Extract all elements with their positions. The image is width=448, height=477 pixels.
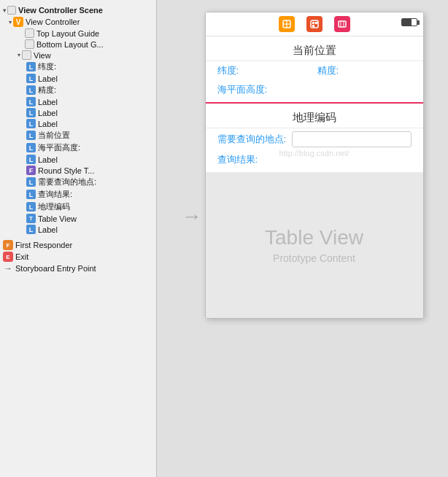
view-item[interactable]: ▾ View xyxy=(0,50,156,61)
T-icon: T xyxy=(26,214,36,223)
section2: 地理编码 需要查询的地点: 查询结果: xyxy=(206,104,423,172)
result-field-label: 查询结果: xyxy=(217,153,258,166)
L-icon: L xyxy=(26,202,36,212)
L-icon: L xyxy=(26,155,36,164)
toolbar-icon-3 xyxy=(334,16,350,32)
lng-item[interactable]: L 精度: xyxy=(0,84,156,96)
section2-title: 地理编码 xyxy=(206,106,423,128)
view-label: View xyxy=(34,51,51,60)
arrow-icon: → xyxy=(3,263,13,274)
battery-fill xyxy=(402,19,412,26)
lat-label: 纬度: xyxy=(38,61,56,72)
geocode-item[interactable]: L 地理编码 xyxy=(0,201,156,213)
result-label: 查询结果: xyxy=(38,189,72,200)
battery-tip xyxy=(417,20,420,25)
bottom-layout-item[interactable]: Bottom Layout G... xyxy=(0,39,156,50)
svg-rect-5 xyxy=(315,22,317,24)
phone-frame: 当前位置 纬度: 精度: 海平面高度: 地理编码 需要查询的地点: xyxy=(205,12,424,319)
bottom-layout-label: Bottom Layout G... xyxy=(36,40,104,49)
lng-value xyxy=(344,64,411,77)
query-field-label: 需要查询的地点: xyxy=(217,133,287,146)
label-item-1[interactable]: L Label xyxy=(0,73,156,84)
L-icon: L xyxy=(26,225,36,234)
expand-arrow: ▾ xyxy=(9,19,12,26)
query-input[interactable] xyxy=(292,131,411,147)
connection-arrow: → xyxy=(182,205,202,228)
icon-svg-3 xyxy=(337,19,347,29)
exit-icon: E xyxy=(3,252,13,262)
lat-item[interactable]: L 纬度: xyxy=(0,61,156,73)
lat-field-label: 纬度: xyxy=(217,64,239,77)
sea-level-item[interactable]: L 海平面高度: xyxy=(0,141,156,154)
first-responder-label: First Responder xyxy=(15,241,72,249)
phone-toolbar xyxy=(206,12,423,36)
tableview-placeholder: Table View Prototype Content xyxy=(206,172,423,318)
view-icon xyxy=(22,50,31,60)
tableview-label: Table View xyxy=(38,214,77,223)
section1: 当前位置 纬度: 精度: 海平面高度: xyxy=(206,36,423,102)
L-icon: L xyxy=(26,62,36,71)
L-icon: L xyxy=(26,190,36,199)
label-item-2[interactable]: L Label xyxy=(0,96,156,107)
storyboard-item[interactable]: → Storyboard Entry Point xyxy=(0,263,156,274)
expand-arrow: ▾ xyxy=(18,52,20,58)
view-controller-item[interactable]: ▾ V View Controller xyxy=(0,16,156,28)
lng-field-label: 精度: xyxy=(317,64,339,77)
L-icon: L xyxy=(26,97,36,106)
label-item-6[interactable]: L Label xyxy=(0,224,156,235)
L-icon: L xyxy=(26,143,36,152)
vc-label: View Controller xyxy=(26,18,80,26)
lat-lng-row: 纬度: 精度: xyxy=(206,61,423,80)
geocode-label: 地理编码 xyxy=(38,201,70,212)
tableview-main-text: Table View xyxy=(265,226,363,249)
expand-arrow: ▾ xyxy=(3,7,6,14)
label-item-4[interactable]: L Label xyxy=(0,118,156,129)
label-2: Label xyxy=(38,98,58,106)
label-6: Label xyxy=(38,225,58,234)
lng-label: 精度: xyxy=(38,85,56,96)
toolbar-icon-2 xyxy=(306,16,323,32)
exit-item[interactable]: E Exit xyxy=(0,251,156,263)
L-icon: L xyxy=(26,85,36,95)
result-row: 查询结果: xyxy=(206,150,423,169)
F-icon: F xyxy=(26,166,36,175)
first-icon: F xyxy=(3,240,13,250)
sea-level-label: 海平面高度: xyxy=(38,142,80,153)
first-responder-item[interactable]: F First Responder xyxy=(0,239,156,251)
exit-label: Exit xyxy=(15,252,28,261)
L-icon: L xyxy=(26,119,36,128)
tableview-item[interactable]: T Table View xyxy=(0,213,156,224)
query-item[interactable]: L 需要查询的地点: xyxy=(0,176,156,188)
arrow-symbol: → xyxy=(182,205,202,228)
round-style-item[interactable]: F Round Style T... xyxy=(0,165,156,176)
guide-icon xyxy=(25,28,34,38)
label-item-3[interactable]: L Label xyxy=(0,107,156,118)
sea-row: 海平面高度: xyxy=(206,80,423,99)
icon-svg-2 xyxy=(309,19,320,29)
svg-rect-7 xyxy=(339,21,346,27)
right-panel: → xyxy=(157,0,448,477)
left-panel: ▾ View Controller Scene ▾ V View Control… xyxy=(0,0,157,477)
label-5: Label xyxy=(38,155,58,164)
svg-rect-4 xyxy=(312,22,314,24)
label-item-5[interactable]: L Label xyxy=(0,154,156,165)
sea-field-label: 海平面高度: xyxy=(217,83,268,96)
guide-icon xyxy=(25,39,34,49)
vc-icon: V xyxy=(13,17,23,27)
toolbar-icon-1 xyxy=(279,16,295,32)
lat-value xyxy=(244,64,311,77)
storyboard-label: Storyboard Entry Point xyxy=(15,264,96,273)
scene-title: ▾ View Controller Scene xyxy=(0,4,156,16)
L-icon: L xyxy=(26,177,36,187)
L-icon: L xyxy=(26,108,36,117)
section1-title: 当前位置 xyxy=(206,39,423,61)
result-item[interactable]: L 查询结果: xyxy=(0,188,156,201)
label-1: Label xyxy=(38,74,58,83)
svg-rect-6 xyxy=(312,25,314,27)
top-layout-item[interactable]: Top Layout Guide xyxy=(0,28,156,39)
scene-icon xyxy=(7,6,16,15)
current-pos-item[interactable]: L 当前位置 xyxy=(0,129,156,141)
top-layout-label: Top Layout Guide xyxy=(36,29,99,38)
battery-icon xyxy=(401,18,417,26)
query-label: 需要查询的地点: xyxy=(38,177,96,187)
